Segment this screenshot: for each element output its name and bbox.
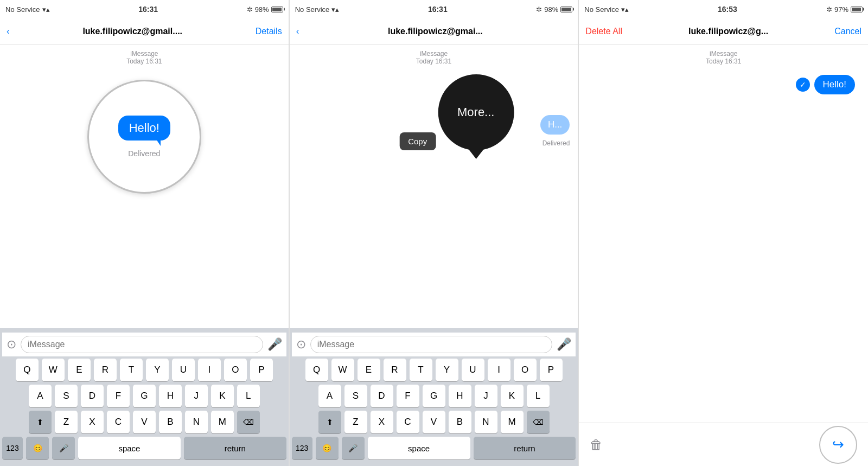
- key-g-1[interactable]: G: [133, 385, 156, 407]
- key-l-1[interactable]: L: [237, 385, 260, 407]
- key-return-2[interactable]: return: [474, 437, 576, 459]
- key-u-2[interactable]: U: [462, 359, 484, 381]
- key-y-2[interactable]: Y: [436, 359, 458, 381]
- message-timestamp-3: iMessage Today 16:31: [585, 50, 861, 65]
- key-shift-1[interactable]: ⬆: [29, 411, 52, 433]
- message-area-2: iMessage Today 16:31 Copy More... H... D…: [290, 44, 578, 328]
- bottom-toolbar-3: 🗑 ↪: [579, 423, 868, 466]
- key-h-2[interactable]: H: [449, 385, 471, 407]
- bluetooth-icon-1: ✲: [247, 5, 253, 14]
- message-input-2[interactable]: [310, 336, 553, 353]
- select-circle-3[interactable]: ✓: [796, 78, 810, 92]
- back-button-2[interactable]: ‹: [296, 26, 299, 37]
- key-z-1[interactable]: Z: [55, 411, 78, 433]
- key-u-1[interactable]: U: [172, 359, 195, 381]
- key-n-2[interactable]: N: [475, 411, 497, 433]
- key-l-2[interactable]: L: [527, 385, 550, 407]
- key-x-1[interactable]: X: [81, 411, 104, 433]
- key-o-2[interactable]: O: [514, 359, 537, 381]
- key-space-2[interactable]: space: [368, 437, 470, 459]
- cancel-button-3[interactable]: Cancel: [834, 27, 861, 36]
- camera-icon-1[interactable]: ⊙: [7, 337, 16, 352]
- delete-all-button-3[interactable]: Delete All: [585, 27, 622, 36]
- key-b-1[interactable]: B: [159, 411, 182, 433]
- key-n-1[interactable]: N: [185, 411, 208, 433]
- key-c-1[interactable]: C: [107, 411, 130, 433]
- key-j-2[interactable]: J: [475, 385, 497, 407]
- key-y-1[interactable]: Y: [146, 359, 169, 381]
- key-w-2[interactable]: W: [331, 359, 354, 381]
- key-x-2[interactable]: X: [371, 411, 393, 433]
- key-return-1[interactable]: return: [184, 437, 286, 459]
- battery-fill-3: [852, 8, 861, 11]
- key-m-1[interactable]: M: [211, 411, 234, 433]
- key-c-2[interactable]: C: [397, 411, 419, 433]
- key-r-1[interactable]: R: [94, 359, 117, 381]
- delivered-label-2: Delivered: [542, 139, 570, 147]
- key-a-2[interactable]: A: [318, 385, 341, 407]
- key-v-1[interactable]: V: [133, 411, 156, 433]
- key-s-2[interactable]: S: [344, 385, 367, 407]
- back-button-1[interactable]: ‹: [7, 26, 10, 37]
- key-t-1[interactable]: T: [120, 359, 143, 381]
- key-emoji-1[interactable]: 😊: [26, 437, 49, 459]
- key-f-2[interactable]: F: [397, 385, 419, 407]
- key-d-2[interactable]: D: [371, 385, 393, 407]
- panel3-bubble: Hello!: [814, 75, 855, 94]
- key-p-2[interactable]: P: [540, 359, 563, 381]
- key-s-1[interactable]: S: [55, 385, 78, 407]
- key-p-1[interactable]: P: [250, 359, 273, 381]
- message-input-bar-1: ⊙ 🎤: [2, 333, 286, 356]
- key-i-2[interactable]: I: [488, 359, 510, 381]
- key-q-2[interactable]: Q: [305, 359, 328, 381]
- status-left-1: No Service ▾▴: [5, 5, 50, 14]
- key-i-1[interactable]: I: [198, 359, 221, 381]
- time-3: 16:53: [718, 5, 737, 14]
- key-a-1[interactable]: A: [29, 385, 52, 407]
- message-input-1[interactable]: [21, 336, 263, 353]
- key-emoji-2[interactable]: 😊: [316, 437, 339, 459]
- key-num-2[interactable]: 123: [292, 437, 312, 459]
- key-f-1[interactable]: F: [107, 385, 130, 407]
- mic-icon-1[interactable]: 🎤: [267, 337, 282, 352]
- key-q-1[interactable]: Q: [16, 359, 39, 381]
- key-k-1[interactable]: K: [211, 385, 234, 407]
- key-w-1[interactable]: W: [42, 359, 65, 381]
- more-button-2[interactable]: More...: [438, 74, 514, 150]
- battery-pct-3: 97%: [834, 5, 848, 14]
- time-2: 16:31: [428, 5, 448, 14]
- key-h-1[interactable]: H: [159, 385, 182, 407]
- key-z-2[interactable]: Z: [344, 411, 367, 433]
- key-j-1[interactable]: J: [185, 385, 208, 407]
- key-shift-2[interactable]: ⬆: [318, 411, 341, 433]
- key-backspace-1[interactable]: ⌫: [237, 411, 260, 433]
- magnifier-1: Hello! Delivered: [87, 80, 201, 194]
- details-button-1[interactable]: Details: [256, 27, 282, 36]
- copy-button-2[interactable]: Copy: [399, 132, 436, 150]
- key-t-2[interactable]: T: [410, 359, 432, 381]
- key-k-2[interactable]: K: [501, 385, 524, 407]
- key-space-1[interactable]: space: [78, 437, 181, 459]
- key-d-1[interactable]: D: [81, 385, 104, 407]
- status-right-2: ✲ 98%: [536, 5, 572, 14]
- mic-icon-2[interactable]: 🎤: [557, 337, 571, 352]
- key-m-2[interactable]: M: [501, 411, 524, 433]
- trash-icon-3[interactable]: 🗑: [590, 437, 603, 452]
- key-mic-1[interactable]: 🎤: [52, 437, 75, 459]
- key-num-1[interactable]: 123: [2, 437, 23, 459]
- key-e-2[interactable]: E: [358, 359, 380, 381]
- battery-pct-1: 98%: [255, 5, 269, 14]
- key-backspace-2[interactable]: ⌫: [527, 411, 550, 433]
- delivered-label-1: Delivered: [128, 149, 160, 158]
- key-b-2[interactable]: B: [449, 411, 471, 433]
- key-r-2[interactable]: R: [384, 359, 406, 381]
- key-mic-2[interactable]: 🎤: [342, 437, 365, 459]
- key-v-2[interactable]: V: [423, 411, 445, 433]
- forward-circle-3[interactable]: ↪: [819, 426, 857, 464]
- key-g-2[interactable]: G: [423, 385, 445, 407]
- key-o-1[interactable]: O: [224, 359, 247, 381]
- wifi-icon-3: ▾▴: [621, 5, 629, 14]
- camera-icon-2[interactable]: ⊙: [296, 337, 306, 352]
- key-e-1[interactable]: E: [68, 359, 91, 381]
- bluetooth-icon-3: ✲: [826, 5, 832, 14]
